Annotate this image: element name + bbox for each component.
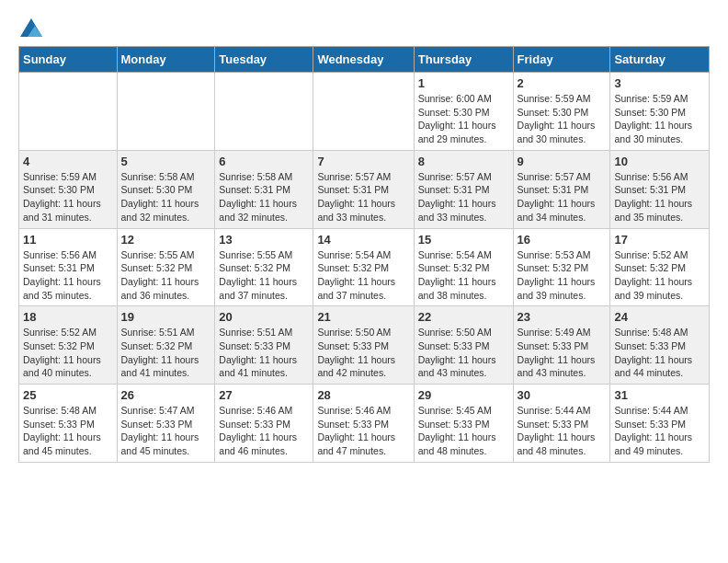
calendar-day-cell: 23Sunrise: 5:49 AM Sunset: 5:33 PM Dayli… <box>513 306 610 385</box>
calendar-day-cell: 24Sunrise: 5:48 AM Sunset: 5:33 PM Dayli… <box>610 306 710 385</box>
day-number: 17 <box>614 233 705 247</box>
day-number: 15 <box>418 233 509 247</box>
calendar-day-header: Monday <box>117 47 215 73</box>
day-number: 4 <box>23 155 113 168</box>
day-info: Sunrise: 5:56 AM Sunset: 5:31 PM Dayligh… <box>23 248 113 303</box>
calendar-day-cell <box>117 73 215 151</box>
calendar-day-cell: 27Sunrise: 5:46 AM Sunset: 5:33 PM Dayli… <box>215 385 313 463</box>
day-number: 1 <box>418 76 509 90</box>
calendar-day-cell: 30Sunrise: 5:44 AM Sunset: 5:33 PM Dayli… <box>513 385 610 463</box>
calendar-day-cell: 10Sunrise: 5:56 AM Sunset: 5:31 PM Dayli… <box>610 150 710 228</box>
calendar-day-cell: 31Sunrise: 5:44 AM Sunset: 5:33 PM Dayli… <box>610 385 710 463</box>
day-number: 2 <box>518 76 607 90</box>
day-info: Sunrise: 5:57 AM Sunset: 5:31 PM Dayligh… <box>418 170 509 224</box>
calendar-day-cell: 7Sunrise: 5:57 AM Sunset: 5:31 PM Daylig… <box>313 150 414 228</box>
day-info: Sunrise: 5:50 AM Sunset: 5:33 PM Dayligh… <box>418 326 509 380</box>
day-number: 29 <box>418 388 509 402</box>
day-number: 18 <box>23 310 113 324</box>
day-number: 23 <box>518 310 607 324</box>
day-info: Sunrise: 5:59 AM Sunset: 5:30 PM Dayligh… <box>23 170 113 224</box>
day-info: Sunrise: 5:54 AM Sunset: 5:32 PM Dayligh… <box>418 248 509 303</box>
calendar-day-cell: 8Sunrise: 5:57 AM Sunset: 5:31 PM Daylig… <box>414 150 513 228</box>
day-info: Sunrise: 5:59 AM Sunset: 5:30 PM Dayligh… <box>518 92 607 146</box>
day-info: Sunrise: 5:51 AM Sunset: 5:33 PM Dayligh… <box>219 326 309 380</box>
day-info: Sunrise: 5:55 AM Sunset: 5:32 PM Dayligh… <box>219 248 309 303</box>
calendar-day-cell: 11Sunrise: 5:56 AM Sunset: 5:31 PM Dayli… <box>19 228 118 306</box>
day-number: 22 <box>418 310 509 324</box>
day-number: 7 <box>317 155 409 168</box>
day-info: Sunrise: 5:45 AM Sunset: 5:33 PM Dayligh… <box>418 404 509 458</box>
day-number: 10 <box>614 155 705 168</box>
calendar-day-cell: 16Sunrise: 5:53 AM Sunset: 5:32 PM Dayli… <box>513 228 610 306</box>
day-number: 28 <box>317 388 409 402</box>
day-number: 19 <box>121 310 211 324</box>
day-info: Sunrise: 5:59 AM Sunset: 5:30 PM Dayligh… <box>614 92 705 146</box>
calendar-day-header: Saturday <box>610 47 710 73</box>
day-number: 25 <box>23 388 113 402</box>
day-info: Sunrise: 5:44 AM Sunset: 5:33 PM Dayligh… <box>518 404 607 458</box>
calendar-day-header: Sunday <box>19 47 118 73</box>
calendar-day-cell: 18Sunrise: 5:52 AM Sunset: 5:32 PM Dayli… <box>19 306 118 385</box>
day-number: 8 <box>418 155 509 168</box>
calendar-day-cell: 29Sunrise: 5:45 AM Sunset: 5:33 PM Dayli… <box>414 385 513 463</box>
day-info: Sunrise: 5:54 AM Sunset: 5:32 PM Dayligh… <box>317 248 409 303</box>
day-number: 5 <box>121 155 211 168</box>
calendar-day-cell: 2Sunrise: 5:59 AM Sunset: 5:30 PM Daylig… <box>513 73 610 151</box>
day-info: Sunrise: 5:52 AM Sunset: 5:32 PM Dayligh… <box>23 326 113 380</box>
calendar-day-cell <box>313 73 414 151</box>
day-number: 13 <box>219 233 309 247</box>
calendar-table: SundayMondayTuesdayWednesdayThursdayFrid… <box>18 46 710 463</box>
calendar-day-cell: 6Sunrise: 5:58 AM Sunset: 5:31 PM Daylig… <box>215 150 313 228</box>
logo-icon <box>20 18 42 37</box>
calendar-day-cell: 15Sunrise: 5:54 AM Sunset: 5:32 PM Dayli… <box>414 228 513 306</box>
day-info: Sunrise: 5:49 AM Sunset: 5:33 PM Dayligh… <box>518 326 607 380</box>
calendar-day-cell: 9Sunrise: 5:57 AM Sunset: 5:31 PM Daylig… <box>513 150 610 228</box>
logo <box>18 18 42 37</box>
day-info: Sunrise: 5:53 AM Sunset: 5:32 PM Dayligh… <box>518 248 607 303</box>
calendar-day-cell: 20Sunrise: 5:51 AM Sunset: 5:33 PM Dayli… <box>215 306 313 385</box>
calendar-day-cell <box>215 73 313 151</box>
calendar-week-row: 18Sunrise: 5:52 AM Sunset: 5:32 PM Dayli… <box>19 306 710 385</box>
calendar-day-header: Friday <box>513 47 610 73</box>
day-number: 21 <box>317 310 409 324</box>
day-number: 6 <box>219 155 309 168</box>
day-number: 16 <box>518 233 607 247</box>
calendar-header-row: SundayMondayTuesdayWednesdayThursdayFrid… <box>19 47 710 73</box>
calendar-day-cell: 22Sunrise: 5:50 AM Sunset: 5:33 PM Dayli… <box>414 306 513 385</box>
day-number: 11 <box>23 233 113 247</box>
day-info: Sunrise: 6:00 AM Sunset: 5:30 PM Dayligh… <box>418 92 509 146</box>
calendar-week-row: 11Sunrise: 5:56 AM Sunset: 5:31 PM Dayli… <box>19 228 710 306</box>
day-info: Sunrise: 5:46 AM Sunset: 5:33 PM Dayligh… <box>219 404 309 458</box>
calendar-day-cell: 14Sunrise: 5:54 AM Sunset: 5:32 PM Dayli… <box>313 228 414 306</box>
day-info: Sunrise: 5:57 AM Sunset: 5:31 PM Dayligh… <box>518 170 607 224</box>
calendar-day-cell: 21Sunrise: 5:50 AM Sunset: 5:33 PM Dayli… <box>313 306 414 385</box>
day-number: 14 <box>317 233 409 247</box>
day-number: 24 <box>614 310 705 324</box>
calendar-day-cell: 3Sunrise: 5:59 AM Sunset: 5:30 PM Daylig… <box>610 73 710 151</box>
day-info: Sunrise: 5:48 AM Sunset: 5:33 PM Dayligh… <box>23 404 113 458</box>
day-info: Sunrise: 5:48 AM Sunset: 5:33 PM Dayligh… <box>614 326 705 380</box>
day-number: 9 <box>518 155 607 168</box>
calendar-day-header: Wednesday <box>313 47 414 73</box>
calendar-day-cell: 19Sunrise: 5:51 AM Sunset: 5:32 PM Dayli… <box>117 306 215 385</box>
calendar-day-cell <box>19 73 118 151</box>
calendar-week-row: 25Sunrise: 5:48 AM Sunset: 5:33 PM Dayli… <box>19 385 710 463</box>
calendar-day-header: Thursday <box>414 47 513 73</box>
calendar-day-cell: 4Sunrise: 5:59 AM Sunset: 5:30 PM Daylig… <box>19 150 118 228</box>
calendar-day-cell: 26Sunrise: 5:47 AM Sunset: 5:33 PM Dayli… <box>117 385 215 463</box>
day-number: 12 <box>121 233 211 247</box>
day-info: Sunrise: 5:55 AM Sunset: 5:32 PM Dayligh… <box>121 248 211 303</box>
day-info: Sunrise: 5:44 AM Sunset: 5:33 PM Dayligh… <box>614 404 705 458</box>
day-number: 3 <box>614 76 705 90</box>
calendar-week-row: 4Sunrise: 5:59 AM Sunset: 5:30 PM Daylig… <box>19 150 710 228</box>
calendar-day-header: Tuesday <box>215 47 313 73</box>
calendar-day-cell: 1Sunrise: 6:00 AM Sunset: 5:30 PM Daylig… <box>414 73 513 151</box>
day-info: Sunrise: 5:57 AM Sunset: 5:31 PM Dayligh… <box>317 170 409 224</box>
calendar-day-cell: 13Sunrise: 5:55 AM Sunset: 5:32 PM Dayli… <box>215 228 313 306</box>
day-info: Sunrise: 5:50 AM Sunset: 5:33 PM Dayligh… <box>317 326 409 380</box>
day-info: Sunrise: 5:58 AM Sunset: 5:30 PM Dayligh… <box>121 170 211 224</box>
day-info: Sunrise: 5:52 AM Sunset: 5:32 PM Dayligh… <box>614 248 705 303</box>
day-number: 30 <box>518 388 607 402</box>
page-header <box>18 18 710 37</box>
day-info: Sunrise: 5:47 AM Sunset: 5:33 PM Dayligh… <box>121 404 211 458</box>
